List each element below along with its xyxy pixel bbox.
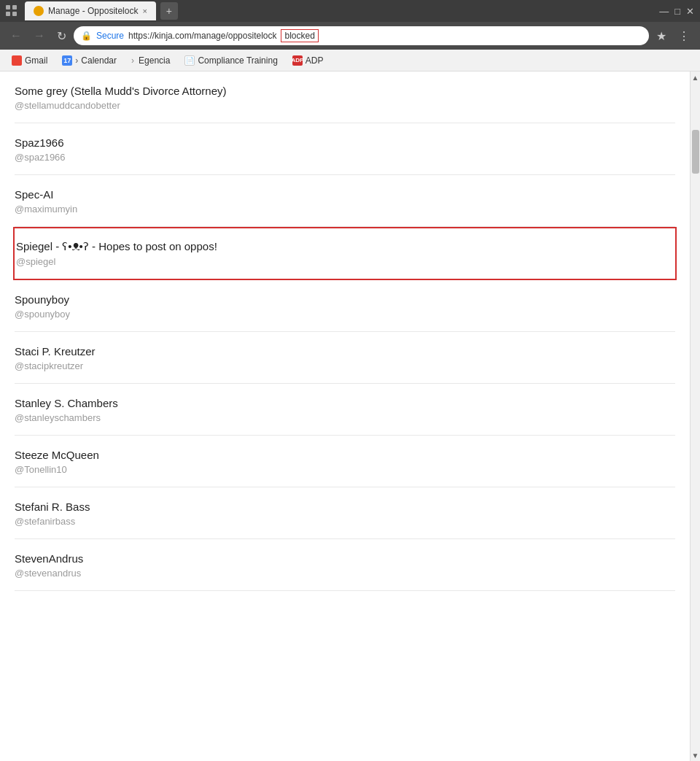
tab-favicon xyxy=(34,6,44,16)
bookmark-calendar[interactable]: 17 › Calendar xyxy=(56,54,122,67)
url-text: https://kinja.com/manage/oppositelock xyxy=(128,31,276,41)
tab-close-button[interactable]: × xyxy=(142,7,147,15)
user-handle: @stanleyschambers xyxy=(15,412,675,423)
list-item[interactable]: Spaz1966@spaz1966 xyxy=(15,123,675,175)
chrome-menu-button[interactable]: ⋮ xyxy=(674,26,694,46)
egencia-arrow-icon: › xyxy=(131,55,134,66)
user-handle: @stevenandrus xyxy=(15,568,675,579)
titlebar: Manage - Oppositelock × + — □ ✕ xyxy=(0,0,700,22)
compliance-doc-icon: 📄 xyxy=(184,55,195,66)
user-handle: @spaz1966 xyxy=(15,152,675,163)
bookmark-adp[interactable]: ADP ADP xyxy=(287,54,330,67)
user-name: StevenAndrus xyxy=(15,552,675,565)
tab-title: Manage - Oppositelock xyxy=(48,6,138,16)
bookmark-egencia[interactable]: › Egencia xyxy=(125,54,176,67)
bookmarks-bar: Gmail 17 › Calendar › Egencia 📄 Complian… xyxy=(0,50,700,72)
list-item[interactable]: Steeze McQueen@Tonellin10 xyxy=(15,436,675,487)
scroll-up-arrow[interactable]: ▲ xyxy=(691,72,700,83)
refresh-button[interactable]: ↻ xyxy=(52,26,71,46)
gmail-icon xyxy=(12,55,22,66)
forward-button[interactable]: → xyxy=(29,26,50,45)
list-item[interactable]: Spounyboy@spounyboy xyxy=(15,280,675,332)
new-tab-button[interactable]: + xyxy=(160,2,178,20)
calendar-icon: 17 xyxy=(62,55,72,66)
bookmark-gmail[interactable]: Gmail xyxy=(6,54,53,67)
adp-icon: ADP xyxy=(292,55,303,66)
maximize-button[interactable]: □ xyxy=(674,6,680,17)
scroll-thumb[interactable] xyxy=(692,130,699,174)
list-item[interactable]: Some grey (Stella Mudd's Divorce Attorne… xyxy=(15,72,675,123)
scrollbar[interactable]: ▲ ▼ xyxy=(690,72,700,761)
bookmark-gmail-label: Gmail xyxy=(25,55,47,66)
bookmark-star-button[interactable]: ★ xyxy=(652,26,671,46)
user-name: Spounyboy xyxy=(15,293,675,306)
user-name: Staci P. Kreutzer xyxy=(15,345,675,358)
list-item[interactable]: Stefani R. Bass@stefanirbass xyxy=(15,487,675,539)
list-item[interactable]: Staci P. Kreutzer@stacipkreutzer xyxy=(15,332,675,384)
secure-label: Secure xyxy=(96,31,124,41)
user-handle: @spounyboy xyxy=(15,309,675,320)
back-button[interactable]: ← xyxy=(6,26,26,45)
list-item[interactable]: StevenAndrus@stevenandrus xyxy=(15,539,675,591)
calendar-arrow-icon: › xyxy=(75,55,78,66)
main-content: Some grey (Stella Mudd's Divorce Attorne… xyxy=(0,72,690,761)
user-handle: @stefanirbass xyxy=(15,516,675,527)
user-name: Stanley S. Chambers xyxy=(15,397,675,409)
browser-tab[interactable]: Manage - Oppositelock × xyxy=(25,1,156,20)
lock-icon: 🔒 xyxy=(81,31,92,41)
user-name: Spec-AI xyxy=(15,188,675,201)
user-name: Spaz1966 xyxy=(15,136,675,149)
user-handle: @stacipkreutzer xyxy=(15,360,675,371)
window-controls: — □ ✕ xyxy=(659,6,694,17)
bookmark-compliance-label: Compliance Training xyxy=(198,55,277,66)
titlebar-left: Manage - Oppositelock × + xyxy=(6,1,178,20)
bookmark-adp-label: ADP xyxy=(306,55,324,66)
close-button[interactable]: ✕ xyxy=(686,6,694,17)
user-name: Stefani R. Bass xyxy=(15,501,675,513)
bookmark-calendar-label: Calendar xyxy=(81,55,117,66)
bookmark-egencia-label: Egencia xyxy=(139,55,170,66)
user-handle: @stellamuddcandobetter xyxy=(15,100,675,111)
user-handle: @Tonellin10 xyxy=(15,464,675,475)
address-bar[interactable]: 🔒 Secure https://kinja.com/manage/opposi… xyxy=(74,26,649,45)
user-name: Some grey (Stella Mudd's Divorce Attorne… xyxy=(15,85,675,97)
list-item[interactable]: Spiegel - ʕ•ᴥ•ʔ - Hopes to post on oppos… xyxy=(13,227,677,280)
user-list: Some grey (Stella Mudd's Divorce Attorne… xyxy=(0,72,690,591)
user-name: Steeze McQueen xyxy=(15,449,675,461)
page-content: Some grey (Stella Mudd's Divorce Attorne… xyxy=(0,72,700,761)
user-name: Spiegel - ʕ•ᴥ•ʔ - Hopes to post on oppos… xyxy=(16,240,674,253)
user-handle: @maximumyin xyxy=(15,204,675,215)
scroll-down-arrow[interactable]: ▼ xyxy=(691,749,700,761)
blocked-badge: blocked xyxy=(281,29,318,42)
navbar: ← → ↻ 🔒 Secure https://kinja.com/manage/… xyxy=(0,22,700,50)
user-handle: @spiegel xyxy=(16,256,674,267)
bookmark-compliance[interactable]: 📄 Compliance Training xyxy=(179,54,283,67)
minimize-button[interactable]: — xyxy=(659,6,669,17)
list-item[interactable]: Spec-AI@maximumyin xyxy=(15,175,675,227)
list-item[interactable]: Stanley S. Chambers@stanleyschambers xyxy=(15,384,675,436)
